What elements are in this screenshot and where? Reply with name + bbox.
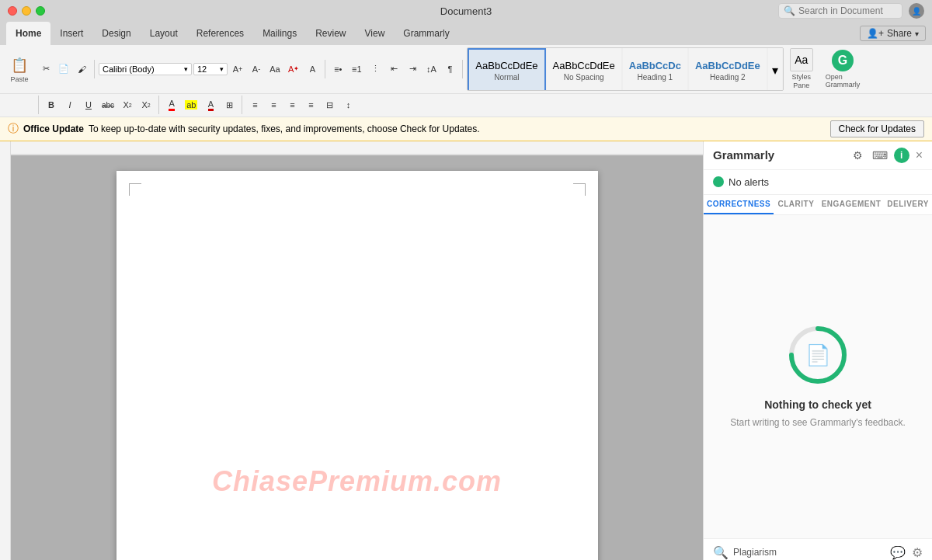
grammarly-tab-delivery[interactable]: DELIVERY [884, 195, 932, 214]
grammarly-keyboard-icon[interactable]: ⌨ [872, 148, 888, 163]
grammarly-comment-icon[interactable]: 💬 [890, 545, 906, 560]
font-shrink-button[interactable]: A- [248, 61, 265, 78]
tab-home[interactable]: Home [6, 22, 50, 45]
cut-button[interactable]: ✂ [37, 61, 54, 78]
bullets-button[interactable]: ≡• [329, 61, 346, 78]
tab-right-area: 👤+ Share ▾ [860, 26, 926, 41]
line-spacing-button[interactable]: ↕ [339, 96, 356, 113]
styles-pane-button[interactable]: Aa StylesPane [785, 47, 818, 92]
grammarly-settings-footer-icon[interactable]: ⚙ [912, 545, 923, 560]
paste-button[interactable]: 📋 [6, 55, 33, 75]
change-case-button[interactable]: Aa [266, 61, 283, 78]
warning-icon: ⓘ [8, 122, 19, 136]
update-bar-title: Office Update [23, 123, 84, 134]
more-styles-icon: ▾ [772, 63, 778, 78]
separator-3 [462, 60, 463, 78]
justify-button[interactable]: ≡ [302, 96, 319, 113]
style-normal[interactable]: AaBbCcDdEe Normal [468, 48, 545, 91]
open-grammarly-label: OpenGrammarly [826, 73, 861, 89]
window-title: Document3 [440, 5, 492, 17]
tab-insert[interactable]: Insert [50, 22, 92, 45]
font-grow-button[interactable]: A+ [229, 61, 246, 78]
decrease-indent-button[interactable]: ⇤ [385, 61, 402, 78]
search-box[interactable]: 🔍 [778, 3, 902, 19]
styles-more-button[interactable]: ▾ [767, 48, 783, 91]
copy-button[interactable]: 📄 [55, 61, 72, 78]
grammarly-tab-correctness[interactable]: CORRECTNESS [704, 195, 774, 214]
style-heading2[interactable]: AaBbCcDdEe Heading 2 [688, 48, 767, 91]
style-heading1[interactable]: AaBbCcDc Heading 1 [622, 48, 688, 91]
grammarly-info-icon[interactable]: i [894, 148, 909, 163]
grammarly-doc-icon: 📄 [805, 343, 830, 367]
ribbon-tab-bar: Home Insert Design Layout References Mai… [0, 22, 932, 45]
search-input[interactable] [798, 5, 899, 16]
text-effects-button[interactable]: A [304, 61, 321, 78]
align-left-button[interactable]: ≡ [246, 96, 263, 113]
subscript-button[interactable]: X2 [119, 96, 136, 113]
font-size-selector[interactable]: 12 ▾ [193, 63, 228, 75]
bold-button[interactable]: B [43, 96, 60, 113]
numbering-button[interactable]: ≡1 [348, 61, 365, 78]
underline-button[interactable]: U [80, 96, 97, 113]
grammarly-panel: Grammarly ⚙ ⌨ i × No alerts CORRECTNESS … [703, 141, 932, 560]
superscript-button[interactable]: X2 [137, 96, 155, 113]
italic-button[interactable]: I [61, 96, 78, 113]
font-selector[interactable]: Calibri (Body) ▾ [99, 63, 192, 75]
sort-button[interactable]: ↕A [423, 61, 440, 78]
tab-design[interactable]: Design [92, 22, 140, 45]
open-grammarly-button[interactable]: G OpenGrammarly [821, 48, 865, 90]
shading-button[interactable]: A [202, 96, 219, 113]
share-button[interactable]: 👤+ Share ▾ [860, 26, 926, 41]
tab-grammarly[interactable]: Grammarly [394, 22, 458, 45]
style-no-spacing-label: No Spacing [564, 73, 604, 82]
increase-indent-button[interactable]: ⇥ [404, 61, 421, 78]
grammarly-header: Grammarly ⚙ ⌨ i × [704, 141, 932, 170]
close-window-button[interactable] [8, 6, 17, 16]
grammarly-tabs: CORRECTNESS CLARITY ENGAGEMENT DELIVERY [704, 195, 932, 215]
highlight-icon: ab [185, 100, 197, 110]
clear-format-button[interactable]: A✦ [285, 61, 302, 78]
title-bar: Document3 🔍 👤 [0, 0, 932, 22]
watermark-text: ChiasePremium.com [212, 465, 502, 498]
toolbar-row-2: B I U abc X2 X2 A ab A ⊞ ≡ ≡ ≡ ≡ ⊟ ↕ [0, 94, 932, 117]
align-center-button[interactable]: ≡ [265, 96, 282, 113]
style-heading2-label: Heading 2 [710, 73, 746, 82]
grammarly-plagiarism-button[interactable]: 🔍 Plagiarism [713, 545, 777, 560]
tab-review[interactable]: Review [306, 22, 355, 45]
chevron-down-icon: ▾ [915, 30, 919, 38]
tab-layout[interactable]: Layout [141, 22, 187, 45]
align-right-button[interactable]: ≡ [283, 96, 301, 113]
borders-button[interactable]: ⊞ [221, 96, 238, 113]
grammarly-close-button[interactable]: × [916, 148, 923, 162]
highlight-color-button[interactable]: ab [182, 96, 200, 113]
strikethrough-button[interactable]: abc [99, 96, 117, 113]
doc-page: ChiasePremium.com [116, 171, 598, 560]
text-color-button[interactable]: A [163, 96, 180, 113]
grammarly-footer-icons: 💬 ⚙ [890, 545, 923, 560]
doc-scroll[interactable]: ChiasePremium.com [11, 155, 703, 560]
format-painter-button[interactable]: 🖌 [73, 61, 90, 78]
styles-pane-label: StylesPane [792, 73, 812, 90]
tab-view[interactable]: View [356, 22, 395, 45]
font-size-value: 12 [197, 64, 220, 74]
check-updates-button[interactable]: Check for Updates [830, 120, 924, 137]
style-no-spacing[interactable]: AaBbCcDdEe No Spacing [546, 48, 622, 91]
user-avatar[interactable]: 👤 [909, 3, 924, 19]
tab-mailings[interactable]: Mailings [253, 22, 306, 45]
title-right-area: 🔍 👤 [778, 3, 924, 19]
columns-button[interactable]: ⊟ [321, 96, 338, 113]
grammarly-tab-engagement[interactable]: ENGAGEMENT [819, 195, 885, 214]
doc-area: ChiasePremium.com [11, 141, 703, 560]
maximize-window-button[interactable] [36, 6, 45, 16]
tab-references[interactable]: References [187, 22, 253, 45]
toolbar-row-1: 📋 Paste ✂ 📄 🖌 Calibri (Body) ▾ 12 ▾ A+ A… [0, 45, 932, 94]
font-size-dropdown-icon: ▾ [220, 65, 224, 73]
grammarly-settings-icon[interactable]: ⚙ [850, 148, 866, 163]
vertical-ruler [0, 141, 11, 560]
sep-r2-3 [242, 96, 242, 114]
paste-icon: 📋 [11, 57, 28, 73]
multilevel-list-button[interactable]: ⋮ [367, 61, 384, 78]
show-marks-button[interactable]: ¶ [441, 61, 458, 78]
minimize-window-button[interactable] [22, 6, 31, 16]
grammarly-tab-clarity[interactable]: CLARITY [774, 195, 819, 214]
